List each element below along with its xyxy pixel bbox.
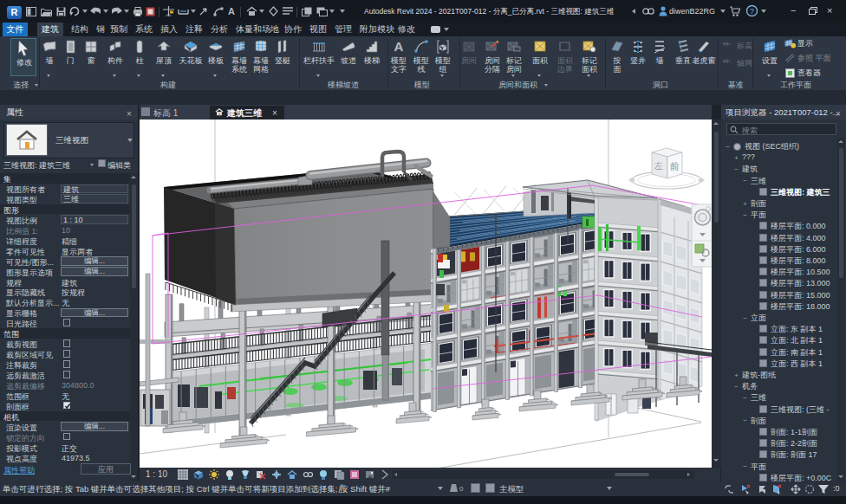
svg-text:前: 前 xyxy=(669,161,680,171)
svg-text:左: 左 xyxy=(654,161,663,171)
svg-text:A: A xyxy=(394,39,404,54)
svg-text:?: ? xyxy=(750,7,754,16)
